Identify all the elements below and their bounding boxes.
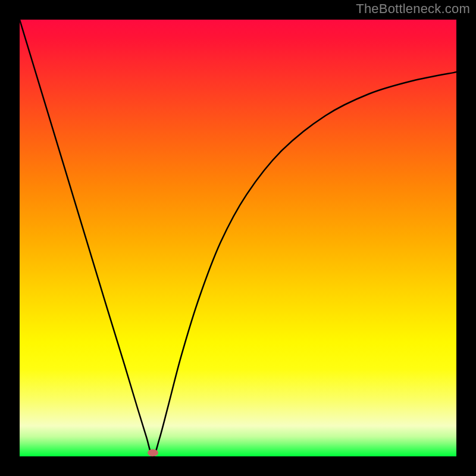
chart-frame: TheBottleneck.com: [0, 0, 476, 476]
plot-area: [20, 20, 456, 456]
watermark-text: TheBottleneck.com: [356, 1, 470, 17]
minimum-marker: [148, 449, 158, 456]
curve-line: [20, 20, 456, 456]
